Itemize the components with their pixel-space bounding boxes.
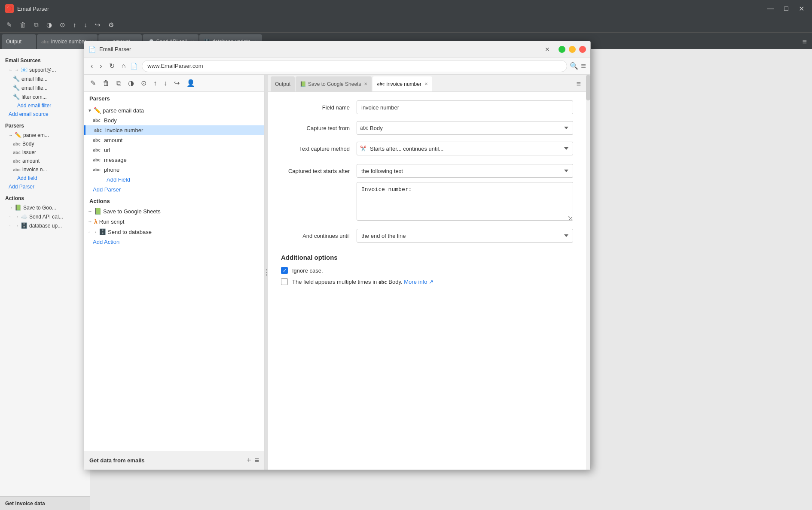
sidebar: Email Sources ← → 📧 support@... 🔧 email …: [0, 49, 90, 510]
additional-options-title: Additional options: [281, 254, 573, 261]
home-button[interactable]: ⌂: [119, 61, 128, 71]
popup-user-button[interactable]: 👤: [185, 78, 197, 88]
sidebar-amount[interactable]: abc amount: [0, 157, 90, 165]
popup-maximize-button[interactable]: [559, 46, 565, 53]
search-button[interactable]: 🔍: [570, 62, 578, 70]
tree-message[interactable]: abc message: [84, 155, 264, 165]
add-parser-link[interactable]: Add Parser: [84, 185, 264, 194]
duplicate-button[interactable]: ⧉: [32, 20, 41, 30]
capture-from-row: Capture text from abc Body Subject From: [281, 121, 573, 135]
tree-database[interactable]: ←→ 🗄️ Send to database: [84, 227, 264, 237]
settings-button[interactable]: ⚙: [106, 20, 116, 30]
actions-title: Actions: [0, 194, 90, 203]
popup-link-button[interactable]: ⊙: [139, 78, 148, 88]
right-tab-invoice[interactable]: abc invoice number ✕: [372, 76, 432, 91]
popup-redirect-button[interactable]: ↪: [172, 78, 181, 88]
link-button[interactable]: ⊙: [58, 20, 67, 30]
sidebar-database-up[interactable]: ← → 🗄️ database up...: [0, 221, 90, 230]
tree-phone[interactable]: abc phone: [84, 165, 264, 175]
field-name-row: Field name: [281, 100, 573, 114]
add-field-link[interactable]: Add Field: [84, 175, 264, 185]
arrow2-icon: →: [15, 67, 19, 72]
right-scrollbar[interactable]: [586, 75, 590, 470]
continues-until-select[interactable]: the end of the line the following text a…: [357, 229, 573, 243]
issuer-label: issuer: [22, 149, 36, 155]
text-capture-select[interactable]: Starts after... continues until... Regul…: [357, 142, 573, 155]
tabs-menu-button[interactable]: ≡: [799, 34, 810, 49]
tree-parse-email-data[interactable]: ▼ ✏️ parse email data: [84, 105, 264, 115]
popup-menu-button[interactable]: ≡: [254, 456, 259, 465]
popup-up-button[interactable]: ↑: [152, 79, 159, 88]
browser-menu-button[interactable]: ≡: [581, 61, 586, 71]
refresh-button[interactable]: ↻: [107, 61, 117, 71]
save-google-label: Save to Goo...: [23, 205, 56, 211]
sidebar-add-field-link[interactable]: Add field: [0, 174, 90, 182]
popup-copy-button[interactable]: ⧉: [115, 79, 123, 88]
delete-button[interactable]: 🗑: [18, 20, 28, 29]
toggle-button[interactable]: ◑: [44, 20, 54, 30]
popup-minimize-button[interactable]: [569, 46, 576, 53]
popup-edit-button[interactable]: ✎: [89, 78, 98, 88]
add-email-filter-link[interactable]: Add email filter: [0, 101, 90, 110]
bottom-get-invoice: Get invoice data: [5, 501, 45, 507]
right-tabs-menu-button[interactable]: ≡: [574, 76, 583, 91]
scrollbar-thumb[interactable]: [586, 75, 590, 100]
popup-close-wc-button[interactable]: [579, 46, 586, 53]
starts-after-textarea[interactable]: Invoice number:: [357, 182, 573, 221]
add-email-source-link[interactable]: Add email source: [0, 110, 90, 118]
tab-output[interactable]: Output: [2, 34, 36, 49]
popup-down-button[interactable]: ↓: [162, 79, 169, 88]
back-button[interactable]: ‹: [89, 61, 95, 71]
tree-invoice-number[interactable]: abc invoice number: [84, 125, 264, 135]
starts-after-select[interactable]: the following text a regular expression: [357, 164, 573, 178]
sidebar-invoice-n[interactable]: abc invoice n...: [0, 165, 90, 174]
multiple-times-checkbox[interactable]: [281, 278, 288, 285]
sidebar-add-parser-link[interactable]: Add Parser: [0, 182, 90, 191]
url-bar[interactable]: [142, 60, 567, 72]
popup-toggle-off-button[interactable]: ◑: [126, 78, 136, 88]
popup-delete-button[interactable]: 🗑: [101, 79, 111, 88]
edit-button[interactable]: ✎: [4, 20, 14, 30]
popup-add-button[interactable]: +: [247, 456, 251, 465]
text-area-row: Invoice number: ⤡: [281, 182, 573, 222]
sidebar-email-filter-2[interactable]: 🔧 email filte...: [0, 83, 90, 92]
sidebar-parse-em[interactable]: → ✏️ parse em...: [0, 131, 90, 140]
field-name-input[interactable]: [357, 100, 573, 114]
redirect-button[interactable]: ↪: [93, 20, 103, 30]
right-tab-save-sheets[interactable]: 📗 Save to Google Sheets ✕: [296, 76, 372, 91]
sidebar-save-google[interactable]: → 📗 Save to Goo...: [0, 203, 90, 212]
tree-parse-label: parse email data: [103, 107, 144, 114]
ignore-case-checkbox[interactable]: [281, 267, 288, 274]
tree-amount[interactable]: abc amount: [84, 135, 264, 145]
sidebar-issuer[interactable]: abc issuer: [0, 148, 90, 157]
sidebar-body[interactable]: abc Body: [0, 140, 90, 148]
sidebar-item-support[interactable]: ← → 📧 support@...: [0, 65, 90, 74]
tree-save-google[interactable]: → 📗 Save to Google Sheets: [84, 206, 264, 216]
maximize-button[interactable]: □: [781, 4, 791, 14]
right-tab-output[interactable]: Output: [271, 76, 295, 91]
tree-url[interactable]: abc url: [84, 145, 264, 155]
add-action-link[interactable]: Add Action: [84, 237, 264, 247]
body-label: Body: [22, 141, 34, 147]
capture-from-select[interactable]: Body Subject From: [357, 121, 573, 135]
email-sources-title: Email Sources: [0, 56, 90, 65]
minimize-button[interactable]: —: [764, 4, 776, 14]
move-up-button[interactable]: ↑: [71, 20, 79, 29]
tree-run-script[interactable]: → λ Run script: [84, 216, 264, 227]
right-tab-save-close[interactable]: ✕: [364, 82, 367, 86]
more-info-link[interactable]: More info ↗: [404, 279, 433, 285]
close-button[interactable]: ✕: [796, 4, 807, 14]
tree-body[interactable]: abc Body: [84, 115, 264, 125]
popup-close-button[interactable]: ✕: [545, 46, 550, 53]
sidebar-email-filter-1[interactable]: 🔧 email filte...: [0, 74, 90, 83]
amount-abc: abc: [13, 159, 21, 164]
sidebar-send-api[interactable]: ← → ☁️ Send API cal...: [0, 212, 90, 221]
parse-arrow: →: [9, 133, 13, 137]
forward-button[interactable]: ›: [98, 61, 104, 71]
sidebar-filter-comp[interactable]: 🔧 filter com...: [0, 92, 90, 101]
resize-handle-icon: ⤡: [568, 215, 572, 221]
panel-divider[interactable]: [265, 75, 268, 470]
move-down-button[interactable]: ↓: [82, 20, 90, 29]
textarea-container: Invoice number: ⤡: [357, 182, 573, 222]
right-tab-invoice-close[interactable]: ✕: [424, 82, 428, 86]
